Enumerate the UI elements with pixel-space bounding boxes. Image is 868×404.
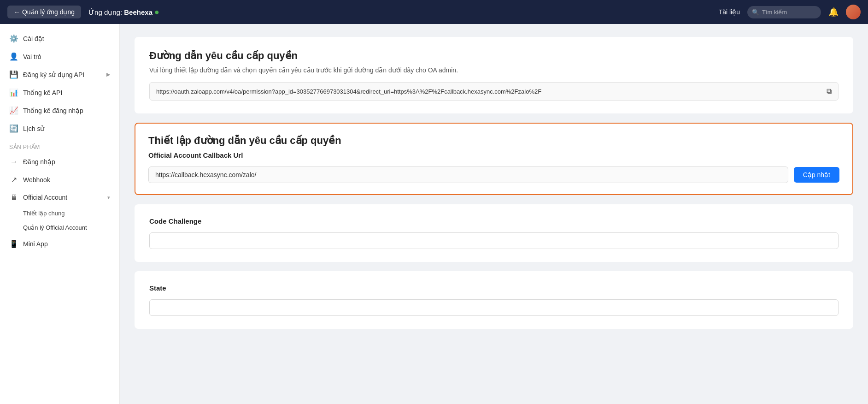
- card-title: Đường dẫn yêu cầu cấp quyền: [149, 50, 839, 62]
- sidebar-item-thong-ke-dang-nhap[interactable]: 📈 Thống kê đăng nhập: [0, 101, 119, 119]
- setup-title: Thiết lập đường dẫn yêu cầu cấp quyền: [148, 135, 839, 147]
- permission-url-text: https://oauth.zaloapp.com/v4/oa/permissi…: [156, 88, 822, 95]
- sidebar-item-dang-nhap[interactable]: → Đăng nhập: [0, 153, 119, 171]
- sidebar-subitem-quan-ly-oa[interactable]: Quản lý Official Account: [0, 220, 119, 235]
- sidebar-item-label: Official Account: [23, 194, 103, 201]
- webhook-icon: ↗: [9, 175, 18, 184]
- save-icon: 💾: [9, 70, 18, 79]
- monitor-icon: 🖥: [9, 193, 18, 202]
- state-card: State: [135, 271, 853, 329]
- setup-url-card: Thiết lập đường dẫn yêu cầu cấp quyền Of…: [135, 123, 853, 195]
- card-desc: Vui lòng thiết lập đường dẫn và chọn quy…: [149, 66, 839, 74]
- sidebar-item-label: Lịch sử: [23, 125, 110, 132]
- gear-icon: ⚙️: [9, 34, 18, 43]
- sidebar-subitem-thiet-lap-chung[interactable]: Thiết lập chung: [0, 206, 119, 220]
- code-challenge-input[interactable]: [149, 232, 839, 249]
- chart-icon: 📊: [9, 88, 18, 97]
- docs-link[interactable]: Tài liệu: [719, 8, 740, 16]
- copy-icon[interactable]: ⧉: [827, 87, 832, 95]
- app-name-display: Ứng dụng: Beehexa●: [88, 7, 711, 17]
- navbar: ← Quản lý ứng dụng Ứng dụng: Beehexa● Tà…: [0, 0, 868, 24]
- sidebar-item-cai-dat[interactable]: ⚙️ Cài đặt: [0, 30, 119, 48]
- sidebar-item-mini-app[interactable]: 📱 Mini App: [0, 235, 119, 253]
- sidebar-item-label: Đăng nhập: [23, 158, 110, 166]
- chevron-down-icon: ▾: [107, 195, 110, 201]
- navbar-right: Tài liệu 🔍 🔔: [719, 5, 861, 19]
- person-icon: 👤: [9, 52, 18, 61]
- sidebar: ⚙️ Cài đặt 👤 Vai trò 💾 Đăng ký sử dụng A…: [0, 24, 120, 404]
- callback-label: Official Account Callback Url: [148, 151, 839, 159]
- sidebar-item-dang-ky-api[interactable]: 💾 Đăng ký sử dụng API ▶: [0, 65, 119, 83]
- callback-input-row: Cập nhật: [148, 166, 839, 183]
- section-label-san-pham: Sản phẩm: [0, 137, 119, 153]
- sidebar-item-official-account[interactable]: 🖥 Official Account ▾: [0, 189, 119, 206]
- state-input[interactable]: [149, 299, 839, 316]
- chevron-right-icon: ▶: [106, 71, 110, 77]
- code-challenge-label: Code Challenge: [149, 217, 839, 225]
- permission-url-card: Đường dẫn yêu cầu cấp quyền Vui lòng thi…: [135, 37, 853, 113]
- login-icon: →: [9, 158, 18, 166]
- update-button[interactable]: Cập nhật: [794, 167, 839, 183]
- sidebar-item-label: Cài đặt: [23, 35, 110, 42]
- callback-url-input[interactable]: [148, 166, 788, 183]
- sidebar-item-label: Đăng ký sử dụng API: [23, 71, 102, 78]
- avatar[interactable]: [846, 5, 861, 19]
- sidebar-item-vai-tro[interactable]: 👤 Vai trò: [0, 48, 119, 65]
- sidebar-item-label: Thống kê đăng nhập: [23, 107, 110, 114]
- layout: ⚙️ Cài đặt 👤 Vai trò 💾 Đăng ký sử dụng A…: [0, 24, 868, 404]
- search-wrapper: 🔍: [747, 6, 821, 18]
- back-button[interactable]: ← Quản lý ứng dụng: [7, 6, 81, 18]
- subitem-label: Quản lý Official Account: [23, 224, 87, 231]
- main-content: Đường dẫn yêu cầu cấp quyền Vui lòng thi…: [120, 24, 868, 404]
- bell-icon[interactable]: 🔔: [828, 7, 839, 17]
- sidebar-item-lich-su[interactable]: 🔄 Lịch sử: [0, 119, 119, 137]
- search-input[interactable]: [747, 6, 821, 18]
- subitem-label: Thiết lập chung: [23, 210, 65, 217]
- sidebar-item-webhook[interactable]: ↗ Webhook: [0, 171, 119, 189]
- state-label: State: [149, 284, 839, 292]
- sidebar-item-label: Vai trò: [23, 53, 110, 60]
- sidebar-item-thong-ke-api[interactable]: 📊 Thống kê API: [0, 83, 119, 101]
- sidebar-item-label: Webhook: [23, 176, 110, 184]
- url-display-row: https://oauth.zaloapp.com/v4/oa/permissi…: [149, 82, 839, 101]
- sidebar-item-label: Mini App: [23, 240, 110, 248]
- bar-chart-icon: 📈: [9, 106, 18, 115]
- history-icon: 🔄: [9, 124, 18, 133]
- miniapp-icon: 📱: [9, 239, 18, 248]
- sidebar-item-label: Thống kê API: [23, 89, 110, 96]
- code-challenge-card: Code Challenge: [135, 204, 853, 262]
